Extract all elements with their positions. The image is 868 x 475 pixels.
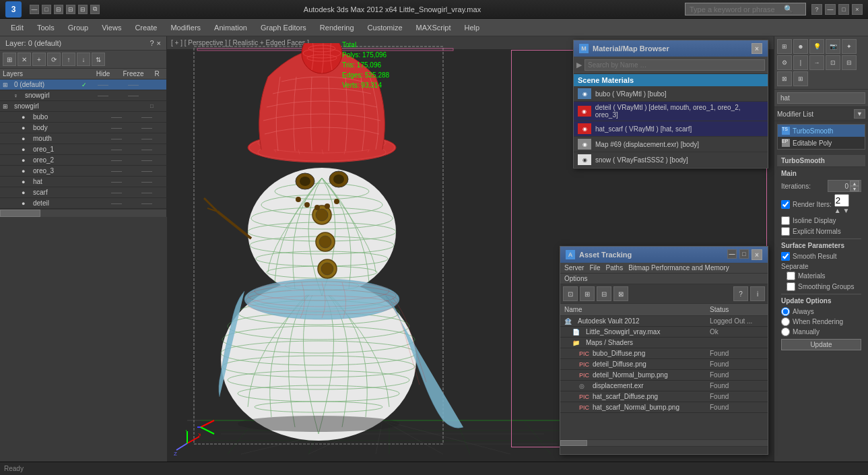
at-row-hat-diff[interactable]: PIC hat_scarf_Diffuse.png Found	[560, 391, 768, 402]
at-row-deteil-norm[interactable]: PIC deteil_Normal_bump.png Found	[560, 370, 768, 381]
ts-materials-check[interactable]	[787, 272, 795, 280]
at-btn-2[interactable]: ⊞	[580, 286, 595, 301]
ts-smooth-result-check[interactable]	[781, 252, 790, 261]
ts-render-iters-spinner[interactable]: ▲ ▼	[834, 194, 859, 214]
at-btn-1[interactable]: ⊡	[563, 286, 578, 301]
at-minimize-btn[interactable]: —	[727, 249, 737, 259]
at-scrollbar-thumb[interactable]	[560, 440, 587, 446]
rp-icon-5[interactable]: ✦	[842, 39, 857, 54]
layer-row-scarf[interactable]: ● scarf —— ——	[0, 187, 166, 198]
layers-scrollbar-thumb[interactable]	[0, 210, 40, 217]
ts-smoothing-groups-check[interactable]	[787, 282, 795, 291]
at-menu-file[interactable]: File	[589, 264, 600, 272]
menu-help[interactable]: Help	[458, 22, 487, 34]
at-btn-4[interactable]: ⊠	[613, 286, 628, 301]
restore-left-btn[interactable]: □	[42, 5, 51, 14]
ts-when-rendering-radio[interactable]	[781, 317, 790, 326]
menu-graph-editors[interactable]: Graph Editors	[254, 22, 313, 34]
search-input[interactable]	[690, 5, 784, 13]
layer-row-snowgirl2[interactable]: ⊞ snowgirl □	[0, 101, 166, 112]
restore-btn[interactable]: □	[838, 4, 849, 15]
at-btn-3[interactable]: ⊟	[597, 286, 611, 301]
ts-iterations-down[interactable]: ▼	[850, 186, 859, 191]
rp-icon-10[interactable]: ⊟	[842, 55, 857, 70]
ts-always-radio[interactable]	[781, 307, 790, 316]
modifier-list-dropdown-btn[interactable]: ▼	[854, 109, 865, 119]
layers-tool-7[interactable]: ⇅	[92, 53, 105, 66]
menu-group[interactable]: Group	[61, 22, 96, 34]
layer-row-oreo3[interactable]: ● oreo_3 —— ——	[0, 166, 166, 177]
layer-row-default[interactable]: ⊞ 0 (default) ✓ —— ——	[0, 80, 166, 90]
minimize-left-btn[interactable]: —	[30, 5, 39, 14]
layer-row-hat[interactable]: ● hat —— ——	[0, 177, 166, 187]
at-row-deteil-diff[interactable]: PIC deteil_Diffuse.png Found	[560, 359, 768, 370]
at-row-maxfile[interactable]: 📄 Little_Snowgirl_vray.max Ok	[560, 327, 768, 338]
layer-row-body[interactable]: ● body —— ——	[0, 123, 166, 133]
at-row-hat-norm[interactable]: PIC hat_scarf_Normal_bump.png Found	[560, 402, 768, 413]
layers-scroll[interactable]: ⊞ 0 (default) ✓ —— —— ♀ snowgirl —— —— ⊞…	[0, 80, 166, 209]
at-restore-btn[interactable]: □	[739, 249, 749, 259]
ts-render-iters-up[interactable]: ▲	[834, 207, 841, 214]
at-menu-bitmap[interactable]: Bitmap Performance and Memory	[628, 264, 729, 272]
menu-edit[interactable]: Edit	[4, 22, 30, 34]
ts-manually-radio[interactable]	[781, 327, 790, 336]
at-options-label[interactable]: Options	[560, 274, 768, 284]
at-row-bubo-diff[interactable]: PIC bubo_Diffuse.png Found	[560, 348, 768, 359]
layer-row-oreo2[interactable]: ● oreo_2 —— ——	[0, 155, 166, 166]
layer-row-snowgirl1[interactable]: ♀ snowgirl —— ——	[0, 90, 166, 101]
ts-explicit-normals-check[interactable]	[781, 227, 790, 236]
rp-icon-8[interactable]: →	[809, 55, 824, 70]
at-menu-paths[interactable]: Paths	[606, 264, 624, 272]
restore3-left-btn[interactable]: ⊟	[66, 5, 75, 14]
layers-tool-4[interactable]: ⟳	[47, 53, 61, 66]
mat-item-bubo[interactable]: ◉ bubo ( VRayMtl ) [bubo]	[574, 86, 768, 102]
ts-update-btn[interactable]: Update	[781, 339, 861, 350]
at-row-maps[interactable]: 📁 Maps / Shaders	[560, 338, 768, 348]
menu-views[interactable]: Views	[95, 22, 128, 34]
rp-icon-9[interactable]: ⊡	[826, 55, 840, 70]
layer-row-mouth[interactable]: ● mouth —— ——	[0, 133, 166, 144]
menu-modifiers[interactable]: Modifiers	[164, 22, 207, 34]
at-btn-info[interactable]: i	[750, 286, 765, 301]
layer-row-oreo1[interactable]: ● oreo_1 —— ——	[0, 144, 166, 155]
ts-iterations-input[interactable]	[828, 182, 850, 191]
help-icon[interactable]: ?	[811, 4, 822, 15]
layers-close-btn[interactable]: ×	[157, 39, 161, 47]
mat-item-displacement[interactable]: ◉ Map #69 (displacement.exr) [body]	[574, 137, 768, 152]
layers-tool-6[interactable]: ↓	[77, 53, 90, 66]
rp-icon-6[interactable]: ⚙	[777, 55, 792, 70]
at-row-displacement[interactable]: ◎ displacement.exr Found	[560, 381, 768, 391]
menu-maxscript[interactable]: MAXScript	[409, 22, 458, 34]
menu-customize[interactable]: Customize	[361, 22, 409, 34]
at-row-vault[interactable]: 🏦 Autodesk Vault 2012 Logged Out ...	[560, 316, 768, 327]
layer-row-deteil[interactable]: ● deteil —— ——	[0, 198, 166, 209]
restore4-left-btn[interactable]: ⊟	[78, 5, 88, 14]
rp-icon-11[interactable]: ⊠	[777, 71, 792, 86]
menu-create[interactable]: Create	[128, 22, 164, 34]
rp-icon-12[interactable]: ⊞	[793, 71, 808, 86]
menu-rendering[interactable]: Rendering	[313, 22, 361, 34]
modifier-turbosmooth[interactable]: TS TurboSmooth	[778, 125, 865, 137]
at-table-body[interactable]: 🏦 Autodesk Vault 2012 Logged Out ... 📄 L…	[560, 316, 768, 439]
modifier-search-input[interactable]	[777, 92, 865, 104]
rp-icon-7[interactable]: |	[793, 55, 808, 70]
mat-search-input[interactable]	[585, 59, 765, 71]
mat-item-snow[interactable]: ◉ snow ( VRayFastSSS2 ) [body]	[574, 152, 768, 168]
mat-item-deteil[interactable]: ◉ deteil ( VRayMtl ) [deteil, mouth, ore…	[574, 102, 768, 121]
mat-item-hat-scarf[interactable]: ◉ hat_scarf ( VRayMtl ) [hat, scarf]	[574, 121, 768, 137]
restore2-left-btn[interactable]: ⊟	[54, 5, 63, 14]
rp-icon-3[interactable]: 💡	[809, 39, 824, 54]
at-scrollbar-h[interactable]	[560, 439, 768, 446]
layers-tool-5[interactable]: ↑	[62, 53, 75, 66]
menu-animation[interactable]: Animation	[207, 22, 254, 34]
menu-tools[interactable]: Tools	[30, 22, 61, 34]
modifier-editable-poly[interactable]: EP Editable Poly	[778, 137, 865, 149]
layer-row-bubo[interactable]: ● bubo —— ——	[0, 112, 166, 123]
ts-iterations-up[interactable]: ▲	[850, 181, 859, 186]
layers-tool-3[interactable]: +	[32, 53, 46, 66]
close-btn[interactable]: ×	[852, 4, 863, 15]
at-close-btn[interactable]: ×	[752, 249, 762, 260]
ts-isoline-check[interactable]	[781, 216, 790, 225]
layers-help-btn[interactable]: ?	[149, 39, 154, 47]
rp-icon-2[interactable]: ☻	[793, 39, 808, 54]
